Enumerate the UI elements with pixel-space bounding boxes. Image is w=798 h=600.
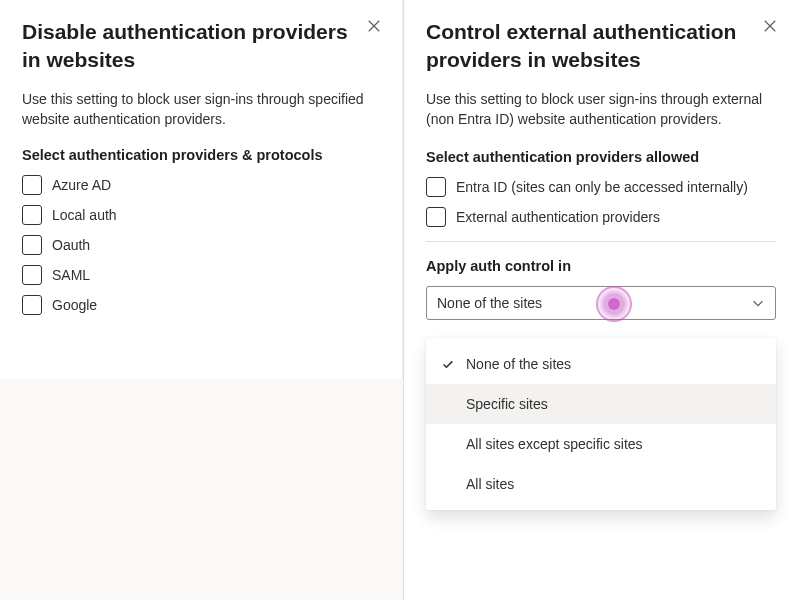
checkbox-label: Oauth — [52, 237, 90, 253]
panel-disable-auth-providers: Disable authentication providers in webs… — [0, 0, 403, 379]
section-header-left: Select authentication providers & protoc… — [22, 147, 380, 163]
option-label: All sites — [466, 476, 514, 492]
checkbox-google[interactable]: Google — [22, 295, 380, 315]
panel-control-external-auth: Control external authentication provider… — [403, 0, 798, 600]
option-label: None of the sites — [466, 356, 571, 372]
checkbox-label: Entra ID (sites can only be accessed int… — [456, 179, 748, 195]
apply-auth-header: Apply auth control in — [426, 258, 776, 274]
close-icon — [367, 19, 381, 33]
checkbox-list-left: Azure AD Local auth Oauth SAML Google — [22, 175, 380, 315]
option-label: All sites except specific sites — [466, 436, 643, 452]
checkbox-box-icon — [22, 175, 42, 195]
apply-auth-select[interactable]: None of the sites — [426, 286, 776, 320]
checkbox-label: SAML — [52, 267, 90, 283]
option-all-except-specific[interactable]: All sites except specific sites — [426, 424, 776, 464]
checkbox-box-icon — [426, 177, 446, 197]
apply-auth-select-wrap: None of the sites None of the sites Spec… — [426, 286, 776, 320]
chevron-down-icon — [751, 296, 765, 310]
panel-description-left: Use this setting to block user sign-ins … — [22, 89, 380, 130]
close-button-left[interactable] — [362, 14, 386, 38]
checkbox-external-auth-providers[interactable]: External authentication providers — [426, 207, 776, 227]
close-icon — [763, 19, 777, 33]
checkbox-label: External authentication providers — [456, 209, 660, 225]
checkbox-oauth[interactable]: Oauth — [22, 235, 380, 255]
checkbox-entra-id[interactable]: Entra ID (sites can only be accessed int… — [426, 177, 776, 197]
checkbox-box-icon — [22, 205, 42, 225]
checkbox-label: Google — [52, 297, 97, 313]
select-value: None of the sites — [437, 295, 542, 311]
checkbox-box-icon — [22, 295, 42, 315]
checkbox-azure-ad[interactable]: Azure AD — [22, 175, 380, 195]
checkbox-box-icon — [426, 207, 446, 227]
option-all-sites[interactable]: All sites — [426, 464, 776, 504]
checkbox-label: Azure AD — [52, 177, 111, 193]
option-specific-sites[interactable]: Specific sites — [426, 384, 776, 424]
checkbox-saml[interactable]: SAML — [22, 265, 380, 285]
close-button-right[interactable] — [758, 14, 782, 38]
section-header-right: Select authentication providers allowed — [426, 149, 776, 165]
checkbox-box-icon — [22, 235, 42, 255]
apply-auth-dropdown: None of the sites Specific sites All sit… — [426, 338, 776, 510]
panel-title-left: Disable authentication providers in webs… — [22, 18, 380, 75]
panel-description-right: Use this setting to block user sign-ins … — [426, 89, 776, 130]
option-none-of-the-sites[interactable]: None of the sites — [426, 344, 776, 384]
checkbox-label: Local auth — [52, 207, 117, 223]
divider — [426, 241, 776, 242]
option-label: Specific sites — [466, 396, 548, 412]
checkbox-box-icon — [22, 265, 42, 285]
checkbox-list-right: Entra ID (sites can only be accessed int… — [426, 177, 776, 227]
checkmark-icon — [440, 357, 456, 371]
checkbox-local-auth[interactable]: Local auth — [22, 205, 380, 225]
panel-title-right: Control external authentication provider… — [426, 18, 776, 75]
